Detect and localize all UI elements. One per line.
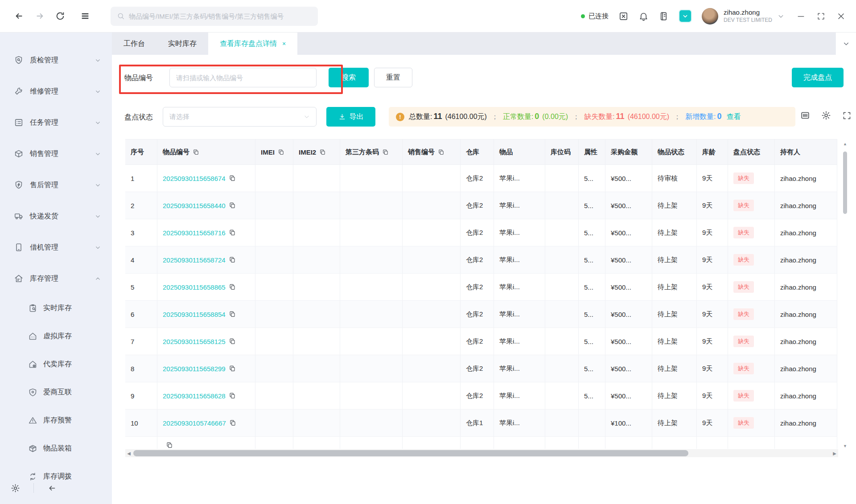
- workspace-switcher-button[interactable]: [679, 9, 692, 23]
- sidebar-item-0[interactable]: 质检管理: [0, 45, 112, 76]
- cell-check: 缺失: [728, 165, 775, 192]
- vscroll-thumb[interactable]: [843, 152, 847, 214]
- sidebar-item-4[interactable]: 售后管理: [0, 169, 112, 201]
- global-search-input[interactable]: [129, 12, 312, 20]
- cell-holder: zihao.zhong: [775, 355, 837, 382]
- item-code-link[interactable]: 20250930115658440: [163, 202, 226, 209]
- copy-icon[interactable]: [319, 149, 326, 156]
- forward-icon[interactable]: [32, 8, 47, 24]
- finish-stocktake-button[interactable]: 完成盘点: [792, 68, 844, 87]
- sidebar-subitem-7-1[interactable]: 虚拟库存: [0, 322, 112, 350]
- view-added-link[interactable]: 查看: [726, 112, 741, 122]
- table-row: 720250930115658125仓库2苹果i...5...¥500...待上…: [125, 328, 837, 355]
- tab-1[interactable]: 实时库存: [156, 33, 208, 55]
- copy-icon[interactable]: [382, 149, 389, 156]
- tab-close-icon[interactable]: ×: [282, 40, 286, 47]
- cell-imei2: [293, 274, 340, 300]
- item-code-link[interactable]: 20250930115658299: [163, 365, 226, 373]
- vscroll-down-arrow-icon[interactable]: ▼: [842, 444, 848, 448]
- settings-gear-icon[interactable]: [11, 484, 20, 493]
- copy-icon[interactable]: [229, 175, 236, 182]
- sidebar-subitem-7-3[interactable]: 爱商互联: [0, 378, 112, 406]
- sidebar-item-3[interactable]: 销售管理: [0, 138, 112, 169]
- cell-location: [545, 192, 579, 219]
- cell-holder: zihao.zhong: [775, 274, 837, 300]
- cell-amount: ¥500...: [605, 355, 652, 382]
- avatar: [702, 8, 718, 25]
- cell-imei: [255, 274, 293, 300]
- table-fullscreen-icon[interactable]: [842, 111, 852, 120]
- item-code-link[interactable]: 20250930115658854: [163, 311, 226, 318]
- tabs-overflow-chevron-icon[interactable]: [835, 33, 856, 55]
- tab-2[interactable]: 查看库存盘点详情×: [208, 33, 297, 55]
- item-code-link[interactable]: 20250930115658865: [163, 283, 226, 291]
- notifications-bell-icon[interactable]: [638, 11, 649, 21]
- hscroll-thumb[interactable]: [133, 450, 688, 456]
- sidebar-item-1[interactable]: 维修管理: [0, 76, 112, 107]
- sidebar-item-7[interactable]: 库存管理: [0, 263, 112, 294]
- table-settings-gear-icon[interactable]: [821, 111, 831, 120]
- window-minimize-icon[interactable]: [797, 12, 805, 20]
- search-button[interactable]: 搜索: [329, 68, 369, 87]
- cell-seq: 4: [125, 246, 157, 273]
- user-menu[interactable]: zihao.zhong DEV TEST LIMITED: [702, 8, 784, 25]
- sidebar-subitem-7-2[interactable]: 代卖库存: [0, 350, 112, 378]
- sidebar-item-6[interactable]: 借机管理: [0, 232, 112, 263]
- cell-barcode: [340, 246, 403, 273]
- vertical-scrollbar[interactable]: ▲ ▼: [842, 141, 848, 449]
- copy-icon[interactable]: [229, 283, 236, 291]
- copy-icon[interactable]: [229, 365, 236, 372]
- copy-icon[interactable]: [278, 149, 284, 156]
- reset-button[interactable]: 重置: [374, 68, 412, 87]
- copy-icon[interactable]: [166, 442, 173, 449]
- barcode-scan-icon[interactable]: [800, 111, 810, 120]
- copy-icon[interactable]: [193, 149, 199, 156]
- cell-warehouse: 仓库2: [461, 246, 494, 273]
- copy-icon[interactable]: [229, 419, 236, 426]
- sidebar-item-5[interactable]: 快递发货: [0, 201, 112, 232]
- clipper-tool-icon[interactable]: [618, 11, 629, 21]
- stocktake-status-select[interactable]: 请选择: [163, 107, 317, 127]
- cell-barcode: [340, 219, 403, 246]
- copy-icon[interactable]: [229, 392, 236, 399]
- item-code-link[interactable]: 20250930115658628: [163, 392, 226, 400]
- hscroll-left-arrow-icon[interactable]: ◀: [125, 451, 132, 456]
- copy-icon[interactable]: [438, 149, 444, 156]
- export-button[interactable]: 导出: [326, 107, 375, 127]
- copy-icon[interactable]: [229, 202, 236, 209]
- hscroll-right-arrow-icon[interactable]: ▶: [831, 451, 838, 456]
- handbook-icon[interactable]: [658, 11, 669, 21]
- copy-icon[interactable]: [229, 338, 236, 345]
- window-maximize-icon[interactable]: [817, 12, 825, 20]
- sidebar-subitem-7-5[interactable]: 物品装箱: [0, 434, 112, 463]
- tab-0[interactable]: 工作台: [112, 33, 156, 55]
- horizontal-scrollbar[interactable]: ◀ ▶: [125, 449, 838, 457]
- menu-hamburger-icon[interactable]: [78, 8, 93, 24]
- copy-icon[interactable]: [229, 256, 236, 263]
- copy-icon[interactable]: [229, 311, 236, 318]
- refresh-icon[interactable]: [53, 8, 68, 24]
- item-code-link[interactable]: 20250930115658125: [163, 338, 226, 345]
- tab-strip: 工作台实时库存查看库存盘点详情×: [112, 33, 856, 55]
- collapse-sidebar-icon[interactable]: [47, 484, 57, 493]
- item-code-link[interactable]: 20250930115658716: [163, 229, 226, 237]
- sidebar-item-2[interactable]: 任务管理: [0, 107, 112, 138]
- vscroll-up-arrow-icon[interactable]: ▲: [842, 142, 848, 146]
- cell-warehouse: 仓库2: [461, 192, 494, 219]
- clipboard-search-icon: [28, 303, 37, 313]
- item-code-link[interactable]: 20250930115658674: [163, 175, 226, 182]
- sidebar-subitem-7-4[interactable]: 库存预警: [0, 406, 112, 434]
- cell-amount: ¥500...: [605, 274, 652, 300]
- back-icon[interactable]: [12, 8, 27, 24]
- item-code-field[interactable]: [169, 68, 317, 87]
- cell-warehouse: 仓库2: [461, 219, 494, 246]
- stocktake-status-badge: 缺失: [733, 336, 754, 347]
- copy-icon[interactable]: [229, 229, 236, 236]
- item-code-link[interactable]: 20250930115658724: [163, 256, 226, 264]
- item-code-input[interactable]: [176, 74, 310, 82]
- column-header-10: 采购金额: [605, 139, 652, 164]
- global-search[interactable]: [111, 7, 318, 26]
- window-close-icon[interactable]: [837, 12, 845, 20]
- item-code-link[interactable]: 20250930105746667: [163, 419, 226, 427]
- sidebar-subitem-7-0[interactable]: 实时库存: [0, 294, 112, 322]
